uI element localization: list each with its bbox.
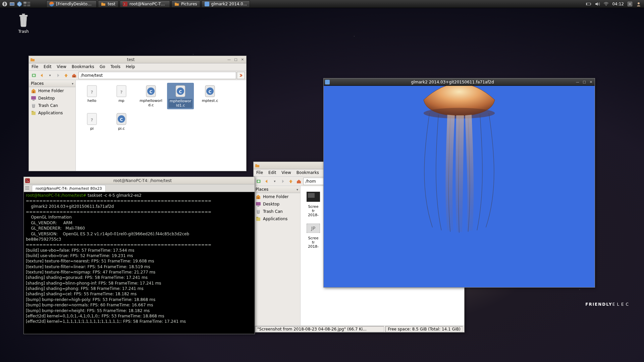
places-header[interactable]: Places▾ xyxy=(254,186,300,193)
close-button[interactable]: ✕ xyxy=(589,80,593,84)
svg-rect-8 xyxy=(27,4,30,6)
file-item[interactable]: ?pi xyxy=(78,111,105,132)
apps-icon xyxy=(31,110,36,116)
taskbar-item-label: [FriendlyDesktop... xyxy=(56,2,94,6)
sidebar-item-desktop[interactable]: Desktop xyxy=(254,200,300,208)
minimize-button[interactable]: — xyxy=(227,57,231,62)
thumbnail-item[interactable]: JPScreefr2018- xyxy=(303,220,323,250)
menu-tools[interactable]: Tools xyxy=(108,63,123,70)
thumbnail-item[interactable]: Screefr2018- xyxy=(303,189,323,219)
taskbar-item[interactable]: test xyxy=(98,0,118,8)
menu-bookmarks[interactable]: Bookmarks xyxy=(294,169,322,176)
svg-text:JP: JP xyxy=(311,226,316,231)
terminal-window[interactable]: root@NanoPC-T4: /home/test root@NanoPC-T… xyxy=(23,177,255,334)
svg-rect-5 xyxy=(23,2,26,4)
browser-launcher-icon[interactable] xyxy=(16,1,23,7)
file-item[interactable]: Cmphelloworld.c xyxy=(138,83,164,109)
back-button[interactable] xyxy=(38,72,46,79)
unknown-file-icon: ? xyxy=(85,84,99,98)
menu-edit[interactable]: Edit xyxy=(266,169,279,176)
sidebar-item-trash[interactable]: Trash Can xyxy=(29,102,75,109)
menu-view[interactable]: View xyxy=(279,169,293,176)
places-header[interactable]: Places▾ xyxy=(29,80,75,87)
tab-menu-button[interactable] xyxy=(24,184,31,192)
session-icon[interactable] xyxy=(627,1,633,7)
workspace-switcher-icon[interactable] xyxy=(23,1,30,7)
file-item[interactable]: Cmphelloworld1.c xyxy=(167,83,194,109)
sidebar-item-home[interactable]: Home Folder xyxy=(29,87,75,95)
terminal-tab[interactable]: root@NanoPC-T4: /home/test 80x23 xyxy=(32,185,106,192)
history-button[interactable]: ▾ xyxy=(46,72,54,79)
taskbar-item[interactable]: glmark2 2014.0... xyxy=(202,0,250,8)
terminal-icon xyxy=(123,2,127,6)
desktop-trash[interactable]: Trash xyxy=(10,12,37,34)
home-button[interactable] xyxy=(295,178,303,185)
new-tab-button[interactable] xyxy=(30,72,38,79)
terminal-output[interactable]: root@NanoPC-T4:/home/test# taskset -c 4-… xyxy=(24,192,255,334)
up-button[interactable] xyxy=(287,178,294,185)
app-icon xyxy=(205,2,209,6)
go-button[interactable] xyxy=(237,72,245,79)
menu-file[interactable]: File xyxy=(29,63,41,70)
clock[interactable]: 04:12 xyxy=(612,2,624,6)
titlebar[interactable]: glmark2 2014.03+git20150611.fa71af2d — □… xyxy=(324,78,595,86)
home-button[interactable] xyxy=(70,72,78,79)
menu-go[interactable]: Go xyxy=(97,63,108,70)
close-button[interactable]: ✕ xyxy=(240,57,245,62)
maximize-button[interactable]: □ xyxy=(233,57,238,62)
path-input[interactable]: /home/test xyxy=(78,72,236,79)
file-item[interactable]: Cmptest.c xyxy=(197,83,223,109)
svg-text:C: C xyxy=(120,117,123,122)
user-icon[interactable] xyxy=(636,1,641,7)
taskbar-item[interactable]: root@NanoPC-T4... xyxy=(120,0,170,8)
menu-help[interactable]: Help xyxy=(123,63,138,70)
file-label: Screefr2018- xyxy=(308,236,319,249)
desktop-trash-label: Trash xyxy=(10,29,37,34)
sidebar-item-desktop[interactable]: Desktop xyxy=(29,95,75,102)
up-button[interactable] xyxy=(62,72,70,79)
sidebar-item-label: Home Folder xyxy=(263,194,288,199)
minimize-button[interactable]: — xyxy=(575,80,580,84)
taskbar-item[interactable]: Pictures xyxy=(171,0,200,8)
new-tab-button[interactable] xyxy=(255,178,262,185)
titlebar[interactable]: test — □ ✕ xyxy=(29,56,246,63)
sidebar-item-apps[interactable]: Applications xyxy=(254,215,300,223)
back-button[interactable] xyxy=(263,178,270,185)
svg-rect-0 xyxy=(22,14,25,15)
history-button[interactable]: ▾ xyxy=(271,178,278,185)
svg-rect-23 xyxy=(33,100,35,101)
menu-bookmarks[interactable]: Bookmarks xyxy=(69,63,97,70)
volume-icon[interactable] xyxy=(595,1,600,7)
file-item[interactable]: Cpi.c xyxy=(108,111,135,132)
forward-button[interactable] xyxy=(54,72,62,79)
image-thumb-icon xyxy=(307,190,320,203)
file-item[interactable]: ?mp xyxy=(108,83,135,109)
titlebar[interactable]: root@NanoPC-T4: /home/test xyxy=(24,177,255,184)
taskbar-item-label: test xyxy=(108,2,115,6)
file-label: mp xyxy=(118,99,124,103)
menu-edit[interactable]: Edit xyxy=(41,63,54,70)
sidebar-item-label: Applications xyxy=(38,111,63,115)
svg-rect-14 xyxy=(586,3,587,5)
sidebar-item-home[interactable]: Home Folder xyxy=(254,193,300,200)
sidebar-item-label: Desktop xyxy=(263,202,280,206)
svg-rect-46 xyxy=(258,197,259,199)
sidebar-item-trash[interactable]: Trash Can xyxy=(254,208,300,215)
app-menu-icon[interactable] xyxy=(1,1,8,7)
filemanager-test-window[interactable]: test — □ ✕ FileEditViewBookmarksGoToolsH… xyxy=(29,56,247,171)
glmark2-window[interactable]: glmark2 2014.03+git20150611.fa71af2d — □… xyxy=(323,78,595,288)
wifi-icon[interactable] xyxy=(603,1,609,7)
sidebar-item-apps[interactable]: Applications xyxy=(29,109,75,117)
unknown-file-icon: ? xyxy=(85,112,99,125)
desktop-icon xyxy=(256,201,261,207)
forward-button[interactable] xyxy=(279,178,286,185)
battery-icon[interactable] xyxy=(586,1,591,7)
taskbar-item[interactable]: [FriendlyDesktop... xyxy=(46,0,97,8)
file-item[interactable]: ?hello xyxy=(78,83,105,109)
menu-file[interactable]: File xyxy=(254,169,266,176)
files-launcher-icon[interactable] xyxy=(9,1,15,7)
file-icon-view[interactable]: ?hello?mpCmphelloworld.cCmphelloworld1.c… xyxy=(76,80,246,171)
maximize-button[interactable]: □ xyxy=(582,80,587,84)
sidebar-item-label: Desktop xyxy=(38,96,55,101)
menu-view[interactable]: View xyxy=(54,63,69,70)
